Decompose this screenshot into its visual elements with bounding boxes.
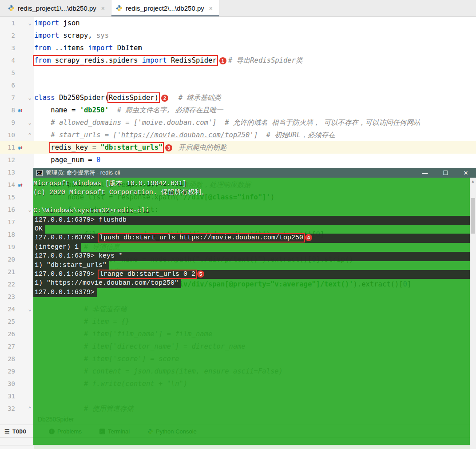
code-line[interactable]: 12 page_num = 0 — [0, 154, 476, 166]
gutter-bookmark-icon[interactable]: ◉↑ — [15, 179, 26, 191]
terminal-row[interactable]: 127.0.0.1:6379> flushdb — [33, 216, 470, 225]
code-line[interactable]: 6 — [0, 79, 476, 91]
code-comment: https://movie.douban.com/top250 — [121, 131, 250, 139]
line-number[interactable]: 28 — [0, 353, 15, 365]
terminal-row[interactable]: (c) 2020 Microsoft Corporation. 保留所有权利。 — [33, 188, 470, 197]
code-token: json — [59, 19, 80, 27]
scroll-up-icon[interactable]: ▲ — [470, 178, 476, 183]
close-button[interactable]: ✕ — [456, 170, 476, 176]
code-token: page_num = — [34, 156, 96, 164]
tab-db250-project1[interactable]: redis_project1\...\db250.py × — [4, 0, 111, 16]
code-text: # allowed_domains = ['moive.douban.com']… — [34, 116, 420, 129]
line-number[interactable]: 25 — [0, 315, 15, 328]
line-number[interactable]: 21 — [0, 266, 15, 278]
code-line[interactable]: 2import scrapy, sys — [0, 29, 476, 42]
terminal-scrollbar[interactable]: ▲ — [470, 178, 476, 449]
terminal-title-bar[interactable]: C:\ 管理员: 命令提示符 - redis-cli — ☐ ✕ — [33, 168, 476, 178]
code-token: RedisSpider) — [109, 94, 159, 102]
code-line[interactable]: 1⌄import json — [0, 17, 476, 29]
terminal-row[interactable] — [33, 198, 470, 207]
maximize-button[interactable]: ☐ — [435, 170, 456, 176]
code-line[interactable]: 5 — [0, 67, 476, 79]
code-token: import — [142, 56, 167, 64]
line-number[interactable]: 6 — [0, 79, 15, 91]
tab-close-icon[interactable]: × — [101, 5, 105, 12]
line-number[interactable]: 22 — [0, 278, 15, 290]
code-line[interactable]: 8◉↑ name = 'db250' # 爬虫文件名字, 必须存在且唯一 — [0, 104, 476, 116]
terminal-row[interactable]: 127.0.0.1:6379> — [33, 288, 470, 297]
code-line[interactable]: 4from scrapy_redis.spiders import RedisS… — [0, 54, 476, 67]
line-number[interactable]: 7 — [0, 91, 15, 104]
todo-label: TODO — [12, 428, 26, 435]
line-number[interactable]: 12 — [0, 154, 15, 166]
line-number[interactable]: 32 — [0, 402, 15, 415]
bookmark-arrow-icon: ↑ — [20, 182, 23, 188]
tab-db250-project2[interactable]: redis_project2\...\db250.py × — [111, 0, 219, 16]
code-line[interactable]: 9⌄ # allowed_domains = ['moive.douban.co… — [0, 116, 476, 129]
line-number[interactable]: 11 — [0, 141, 15, 154]
line-number[interactable]: 9 — [0, 116, 15, 129]
fold-marker-icon[interactable]: ⌄ — [26, 91, 34, 104]
code-token: (c) 2020 Microsoft Corporation. 保留所有权利。 — [33, 189, 208, 196]
terminal-row[interactable]: C:\Windows\system32>redis-cli — [33, 207, 470, 215]
line-number[interactable]: 13 — [0, 166, 15, 179]
code-line[interactable]: 11◉↑ redis_key = "db:start_urls"3 开启爬虫的钥… — [0, 141, 476, 154]
terminal-row[interactable]: 1) "db:start_urls" — [33, 261, 470, 270]
line-number[interactable]: 2 — [0, 29, 15, 42]
minimize-button[interactable]: — — [415, 170, 435, 176]
toolwindow-todo[interactable]: ☰ TODO — [4, 428, 34, 435]
code-token: 127.0.0.1:6379> — [35, 270, 99, 278]
line-number[interactable]: 29 — [0, 365, 15, 377]
line-number[interactable]: 24 — [0, 303, 15, 315]
terminal-text-strip: 1) "https://movie.douban.com/top250" — [33, 279, 181, 288]
terminal-row[interactable]: 1) "https://movie.douban.com/top250" — [33, 279, 470, 288]
line-number[interactable]: 15 — [0, 191, 15, 203]
code-token: sys — [92, 32, 109, 40]
line-number[interactable]: 14 — [0, 179, 15, 191]
fold-marker-icon[interactable]: ⌄ — [26, 17, 34, 29]
terminal-row[interactable]: Microsoft Windows [版本 10.0.19042.631] — [33, 179, 470, 188]
line-number[interactable]: 10 — [0, 129, 15, 141]
code-line[interactable]: 3from ..items import DbItem — [0, 42, 476, 54]
fold-marker-icon[interactable]: ⌃ — [26, 129, 34, 141]
terminal-row[interactable]: 127.0.0.1:6379> lpush db:start_urls http… — [33, 234, 470, 242]
line-number[interactable]: 4 — [0, 54, 15, 67]
code-token: from — [34, 56, 51, 64]
line-number[interactable]: 19 — [0, 241, 15, 253]
line-number[interactable]: 31 — [0, 390, 15, 402]
status-bar — [0, 445, 34, 449]
gutter-bookmark-icon[interactable]: ◉↑ — [15, 104, 26, 117]
terminal-text-strip: OK — [33, 225, 45, 234]
line-number[interactable]: 20 — [0, 253, 15, 266]
line-number[interactable]: 16 — [0, 203, 15, 216]
line-number[interactable]: 5 — [0, 67, 15, 79]
terminal-title: 管理员: 命令提示符 - redis-cli — [46, 169, 120, 177]
terminal-row[interactable]: 127.0.0.1:6379> keys * — [33, 252, 470, 261]
code-comment: # 爬虫文件名字, 必须存在且唯一 — [109, 106, 223, 114]
line-number[interactable]: 8 — [0, 104, 15, 116]
annotation-box: from scrapy_redis.spiders import RedisSp… — [34, 56, 217, 64]
code-line[interactable]: 10⌃ # start_urls = ['https://movie.douba… — [0, 129, 476, 141]
scrollbar-thumb[interactable] — [471, 198, 475, 234]
terminal-row[interactable]: 127.0.0.1:6379> lrange db:start_urls 0 2… — [33, 270, 470, 279]
line-number[interactable]: 18 — [0, 228, 15, 241]
annotation-box: RedisSpider) — [109, 94, 159, 102]
terminal-row[interactable]: OK — [33, 225, 470, 234]
line-number[interactable]: 3 — [0, 42, 15, 54]
gutter-bookmark-icon[interactable]: ◉↑ — [15, 141, 26, 154]
code-line[interactable]: 7⌄class Db250Spider(RedisSpider)2 # 继承基础… — [0, 91, 476, 104]
annotation-box: redis_key = "db:start_urls" — [51, 143, 163, 151]
terminal-row[interactable]: (integer) 1 — [33, 243, 470, 252]
line-number[interactable]: 17 — [0, 216, 15, 228]
line-number[interactable]: 27 — [0, 340, 15, 353]
terminal-output[interactable]: Microsoft Windows [版本 10.0.19042.631](c)… — [33, 179, 470, 297]
line-number[interactable]: 30 — [0, 377, 15, 390]
fold-marker-icon[interactable]: ⌄ — [26, 116, 34, 129]
fold-marker-icon[interactable]: ⌄ — [26, 303, 34, 315]
fold-marker-icon[interactable]: ⌄ — [26, 203, 34, 216]
fold-marker-icon[interactable]: ⌃ — [26, 402, 34, 415]
tab-close-icon[interactable]: × — [209, 5, 213, 12]
line-number[interactable]: 26 — [0, 328, 15, 340]
line-number[interactable]: 1 — [0, 17, 15, 29]
line-number[interactable]: 23 — [0, 290, 15, 303]
